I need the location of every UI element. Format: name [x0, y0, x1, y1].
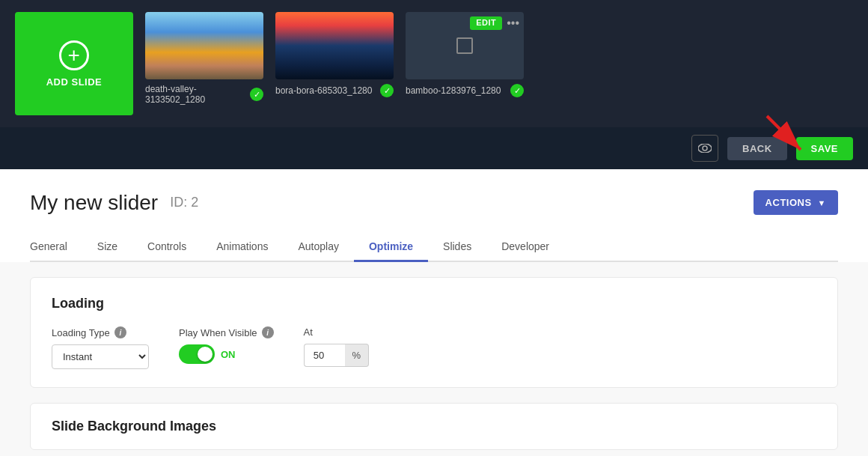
tab-general[interactable]: General [30, 233, 82, 262]
actions-button[interactable]: ACTIONS ▼ [754, 190, 838, 215]
svg-line-1 [767, 116, 801, 150]
page-header: My new slider ID: 2 ACTIONS ▼ [30, 190, 838, 215]
page-title-row: My new slider ID: 2 [30, 191, 198, 215]
tab-animations[interactable]: Animations [201, 233, 283, 262]
tab-slides[interactable]: Slides [428, 233, 486, 262]
more-options-icon-3[interactable]: ••• [507, 16, 519, 30]
toolbar-row: BACK SAVE [0, 127, 868, 169]
content-area: Loading Loading Type i Instant Lazy Auto… [0, 262, 868, 456]
toggle-knob [198, 347, 213, 362]
toggle-row: ON [179, 344, 274, 364]
loading-type-group: Loading Type i Instant Lazy Auto [52, 326, 149, 369]
toggle-on-label: ON [221, 349, 236, 360]
at-group: At % [304, 326, 370, 367]
slide-thumbnail-2 [275, 12, 394, 79]
slider-id-badge: ID: 2 [170, 195, 198, 210]
plus-circle-icon: + [59, 40, 89, 70]
chevron-down-icon: ▼ [818, 198, 826, 207]
play-when-visible-toggle[interactable] [179, 344, 215, 364]
slide-label-1: death-valley-3133502_1280 ✓ [145, 84, 263, 105]
tab-size[interactable]: Size [82, 233, 132, 262]
at-number-input[interactable] [304, 344, 345, 367]
slide-bg-title: Slide Background Images [52, 419, 816, 434]
loading-type-info-icon[interactable]: i [114, 326, 126, 338]
at-input-row: % [304, 344, 370, 367]
tab-controls[interactable]: Controls [132, 233, 201, 262]
tab-autoplay[interactable]: Autoplay [283, 233, 353, 262]
slides-row: + ADD SLIDE death-valley-3133502_1280 ✓ … [15, 12, 853, 127]
play-when-visible-label: Play When Visible i [179, 326, 274, 338]
edit-badge-3[interactable]: EDIT [470, 16, 502, 30]
empty-square-icon [456, 37, 473, 54]
check-icon-2: ✓ [380, 84, 394, 97]
red-arrow-indicator [763, 112, 808, 157]
main-content: My new slider ID: 2 ACTIONS ▼ General Si… [0, 169, 868, 262]
loading-type-select[interactable]: Instant Lazy Auto [52, 344, 149, 369]
tab-developer[interactable]: Developer [486, 233, 564, 262]
tabs-row: General Size Controls Animations Autopla… [30, 233, 838, 262]
slide-actions-3: EDIT ••• [470, 16, 519, 30]
tab-optimize[interactable]: Optimize [354, 233, 428, 262]
check-icon-3: ✓ [510, 84, 524, 97]
slide-item-3: EDIT ••• bamboo-1283976_1280 ✓ [406, 12, 524, 97]
at-label: At [304, 326, 370, 338]
check-icon-1: ✓ [250, 88, 263, 101]
slide-bg-section: Slide Background Images [30, 403, 838, 450]
svg-point-3 [703, 146, 707, 151]
add-slide-button[interactable]: + ADD SLIDE [15, 12, 133, 115]
svg-point-2 [698, 144, 712, 153]
page-title: My new slider [30, 191, 158, 215]
play-when-visible-group: Play When Visible i ON [179, 326, 274, 364]
loading-section-title: Loading [52, 296, 816, 311]
loading-form-row: Loading Type i Instant Lazy Auto Play Wh… [52, 326, 816, 369]
slide-item-2: bora-bora-685303_1280 ✓ [275, 12, 394, 97]
slide-label-2: bora-bora-685303_1280 ✓ [275, 84, 394, 97]
loading-section-card: Loading Loading Type i Instant Lazy Auto… [30, 277, 838, 388]
loading-type-label: Loading Type i [52, 326, 149, 338]
preview-button[interactable] [691, 135, 718, 162]
slide-thumbnail-1 [145, 12, 263, 79]
add-slide-label: ADD SLIDE [46, 76, 103, 88]
slide-label-3: bamboo-1283976_1280 ✓ [406, 84, 524, 97]
slide-item-1: death-valley-3133502_1280 ✓ [145, 12, 263, 105]
play-when-visible-info-icon[interactable]: i [262, 326, 274, 338]
at-unit-label: % [345, 344, 370, 367]
slider-panel: + ADD SLIDE death-valley-3133502_1280 ✓ … [0, 0, 868, 127]
